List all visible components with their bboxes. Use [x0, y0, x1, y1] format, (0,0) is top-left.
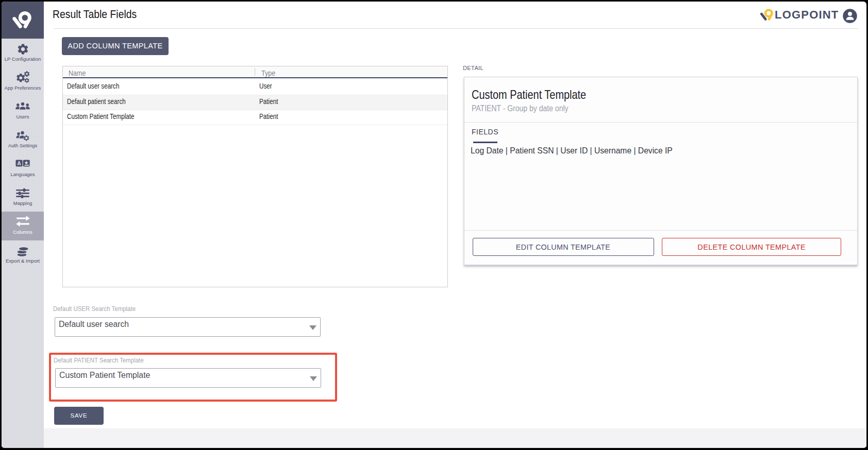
svg-text:A: A — [17, 160, 21, 166]
